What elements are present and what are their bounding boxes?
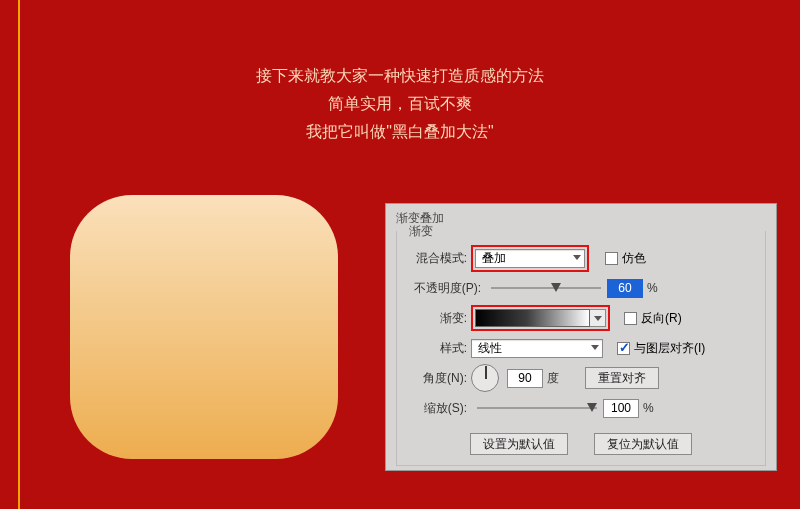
scale-input[interactable] [603,399,639,418]
scale-unit: % [643,401,654,415]
style-select[interactable]: 线性 [471,339,603,358]
slider-thumb-icon[interactable] [551,283,561,292]
dither-label: 仿色 [622,250,646,267]
style-value: 线性 [478,340,502,357]
blend-mode-select[interactable]: 叠加 [475,249,585,268]
dither-checkbox[interactable] [605,252,618,265]
opacity-unit: % [647,281,658,295]
blend-mode-label: 混合模式: [407,250,471,267]
opacity-slider[interactable] [491,281,601,295]
intro-line-2: 简单实用，百试不爽 [0,90,800,118]
chevron-down-icon [591,345,599,350]
gradient-preview-bar[interactable] [475,309,590,327]
angle-label: 角度(N): [407,370,471,387]
set-default-button[interactable]: 设置为默认值 [470,433,568,455]
align-layer-label: 与图层对齐(I) [634,340,705,357]
gradient-shape-preview [70,195,338,459]
align-layer-checkbox[interactable] [617,342,630,355]
intro-line-3: 我把它叫做"黑白叠加大法" [0,118,800,146]
gradient-dropdown-icon[interactable] [590,309,606,327]
scale-slider[interactable] [477,401,597,415]
group-legend: 渐变 [405,223,437,240]
chevron-down-icon [573,255,581,260]
reverse-label: 反向(R) [641,310,682,327]
gradient-overlay-panel: 渐变叠加 渐变 混合模式: 叠加 仿色 不透明度(P): % [385,203,777,471]
angle-input[interactable] [507,369,543,388]
blend-mode-value: 叠加 [482,250,506,267]
slider-track [477,407,597,409]
slider-thumb-icon[interactable] [587,403,597,412]
opacity-label: 不透明度(P): [407,280,485,297]
scale-label: 缩放(S): [407,400,471,417]
angle-unit: 度 [547,370,559,387]
gradient-picker[interactable] [475,309,606,327]
blend-mode-highlight: 叠加 [471,245,589,272]
intro-text-block: 接下来就教大家一种快速打造质感的方法 简单实用，百试不爽 我把它叫做"黑白叠加大… [0,62,800,146]
panel-title: 渐变叠加 [396,210,766,227]
slider-track [491,287,601,289]
angle-dial[interactable] [471,364,499,392]
reverse-checkbox[interactable] [624,312,637,325]
reset-default-button[interactable]: 复位为默认值 [594,433,692,455]
reset-align-button[interactable]: 重置对齐 [585,367,659,389]
gradient-highlight [471,305,610,331]
opacity-input[interactable] [607,279,643,298]
intro-line-1: 接下来就教大家一种快速打造质感的方法 [0,62,800,90]
style-label: 样式: [407,340,471,357]
gradient-group: 渐变 混合模式: 叠加 仿色 不透明度(P): % 渐变 [396,231,766,466]
gradient-label: 渐变: [407,310,471,327]
